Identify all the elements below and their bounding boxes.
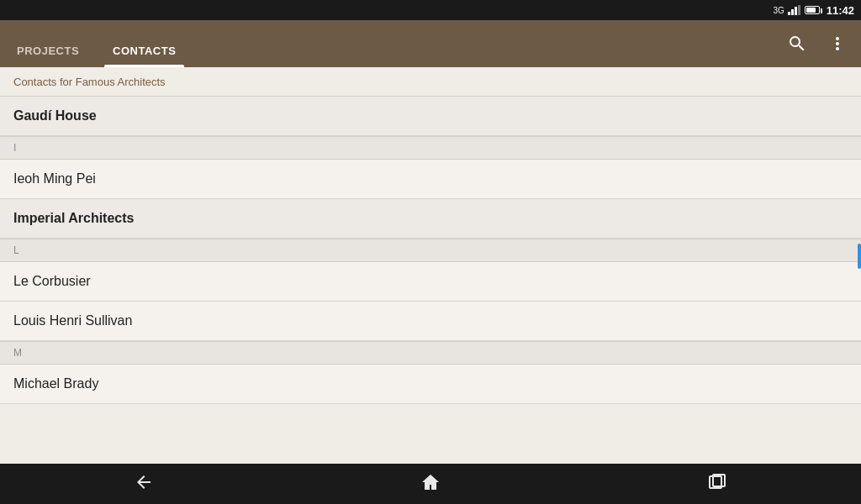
section-header-m: M xyxy=(0,341,861,365)
breadcrumb: Contacts for Famous Architects xyxy=(0,67,861,97)
contact-name: Le Corbusier xyxy=(13,274,91,288)
more-icon xyxy=(827,34,848,54)
status-bar-right: 3G 11:42 xyxy=(773,4,854,17)
list-item[interactable]: Gaudí House xyxy=(0,97,861,136)
recents-button[interactable] xyxy=(707,472,727,496)
home-button[interactable] xyxy=(420,472,441,496)
list-item[interactable]: Imperial Architects xyxy=(0,199,861,239)
contact-name: Gaudí House xyxy=(13,108,97,123)
signal-bars-icon xyxy=(788,5,801,15)
contact-name: Michael Brady xyxy=(13,376,98,391)
home-icon xyxy=(420,472,441,492)
section-letter: I xyxy=(13,142,16,154)
svg-rect-0 xyxy=(788,12,790,15)
tab-bar: PROJECTS CONTACTS xyxy=(0,20,774,67)
list-item[interactable]: Louis Henri Sullivan xyxy=(0,302,861,341)
list-item[interactable]: Ieoh Ming Pei xyxy=(0,160,861,199)
recents-icon xyxy=(707,472,727,492)
contacts-list[interactable]: Gaudí House I Ieoh Ming Pei Imperial Arc… xyxy=(0,97,861,464)
back-icon xyxy=(134,472,154,492)
section-header-i: I xyxy=(0,136,861,160)
content-area: Contacts for Famous Architects Gaudí Hou… xyxy=(0,67,861,464)
svg-rect-1 xyxy=(791,9,794,15)
scroll-indicator xyxy=(856,97,861,464)
search-button[interactable] xyxy=(780,27,814,60)
signal-indicator: 3G xyxy=(773,6,784,15)
clock: 11:42 xyxy=(827,4,854,17)
section-header-l: L xyxy=(0,239,861,262)
scroll-thumb xyxy=(858,244,861,269)
contact-name: Ieoh Ming Pei xyxy=(13,171,96,186)
battery-icon xyxy=(805,6,820,14)
search-icon xyxy=(787,34,807,54)
tab-projects[interactable]: PROJECTS xyxy=(0,20,96,67)
list-item[interactable]: Michael Brady xyxy=(0,365,861,404)
section-letter: M xyxy=(13,347,22,359)
breadcrumb-link[interactable]: Contacts for Famous Architects xyxy=(13,76,166,88)
nav-bar xyxy=(0,464,861,504)
contact-name: Louis Henri Sullivan xyxy=(13,313,132,328)
list-item[interactable]: Le Corbusier xyxy=(0,262,861,302)
more-options-button[interactable] xyxy=(821,27,854,60)
app-bar-actions xyxy=(774,20,861,67)
section-letter: L xyxy=(13,244,19,256)
svg-rect-2 xyxy=(795,7,797,15)
tab-contacts[interactable]: CONTACTS xyxy=(96,20,193,67)
back-button[interactable] xyxy=(134,472,154,496)
status-bar: 3G 11:42 xyxy=(0,0,861,20)
app-bar: PROJECTS CONTACTS xyxy=(0,20,861,67)
contact-name: Imperial Architects xyxy=(13,211,134,225)
svg-rect-3 xyxy=(798,5,800,15)
